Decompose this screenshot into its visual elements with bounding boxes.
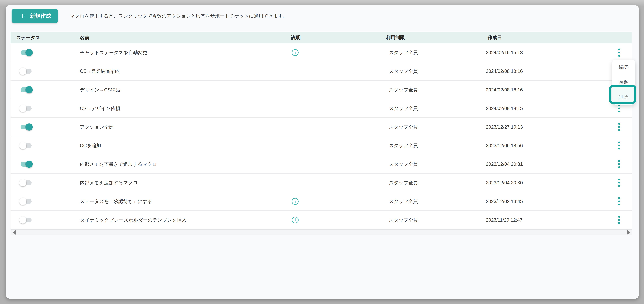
created-date: 2023/12/04 20:30 (486, 180, 523, 186)
kebab-dot (618, 197, 620, 199)
toggle-knob (19, 142, 26, 149)
kebab-dot (618, 107, 620, 109)
create-new-macro-button[interactable]: ＋ 新規作成 (12, 9, 58, 23)
scroll-left-arrow-icon[interactable] (12, 230, 16, 235)
kebab-dot (618, 182, 620, 184)
horizontal-scrollbar[interactable] (10, 229, 632, 235)
kebab-dot (618, 148, 620, 150)
macro-name: デザイン→CS納品 (80, 86, 120, 93)
restriction-value: スタッフ全員 (389, 105, 418, 112)
row-actions-kebab-icon[interactable] (616, 177, 622, 188)
toggle-knob (26, 86, 33, 93)
macro-name: ステータスを「承認待ち」にする (80, 198, 152, 205)
table-row: 内部メモを下書きで追加するマクロ スタッフ全員 2023/12/04 20:31 (10, 155, 632, 174)
row-actions-kebab-icon[interactable] (616, 121, 622, 133)
column-header-status: ステータス (16, 32, 40, 43)
menu-item-edit[interactable]: 編集 (612, 60, 635, 75)
toggle-knob (26, 49, 33, 56)
kebab-dot (618, 126, 620, 128)
status-toggle[interactable] (20, 67, 32, 75)
macro-description-text: マクロを使用すると、ワンクリックで複数のアクションと応答をサポートチケットに適用… (70, 9, 288, 23)
created-date: 2024/02/16 15:13 (486, 50, 523, 55)
page-background: ＋ 新規作成 マクロを使用すると、ワンクリックで複数のアクションと応答をサポート… (0, 0, 644, 304)
menu-item-delete[interactable]: 削除 (612, 89, 635, 104)
created-date: 2024/02/08 18:16 (486, 68, 523, 74)
macro-name: 内部メモを下書きで追加するマクロ (80, 161, 157, 167)
row-actions-menu: 編集 複製 削除 (612, 60, 635, 104)
toggle-knob (19, 68, 26, 75)
restriction-value: スタッフ全員 (389, 217, 418, 223)
kebab-dot (618, 48, 620, 50)
macro-name: アクション全部 (80, 124, 114, 130)
column-header-description: 説明 (291, 32, 301, 43)
toggle-knob (19, 179, 26, 186)
macro-name: チャットステータスを自動変更 (80, 49, 148, 56)
table-row: CCを追加 スタッフ全員 2023/12/05 18:56 (10, 136, 632, 155)
macro-name: CCを追加 (80, 142, 101, 149)
macro-settings-panel: ＋ 新規作成 マクロを使用すると、ワンクリックで複数のアクションと応答をサポート… (6, 5, 639, 299)
status-toggle[interactable] (20, 198, 32, 205)
status-toggle[interactable] (20, 49, 32, 56)
kebab-dot (618, 166, 620, 168)
column-header-created: 作成日 (488, 32, 502, 43)
status-toggle[interactable] (20, 123, 32, 131)
status-toggle[interactable] (20, 161, 32, 168)
table-header-row: ステータス 名前 説明 利用制限 作成日 (10, 32, 632, 43)
status-toggle[interactable] (20, 86, 32, 94)
restriction-value: スタッフ全員 (389, 198, 418, 205)
row-actions-kebab-icon[interactable] (616, 214, 622, 226)
kebab-dot (618, 204, 620, 205)
kebab-dot (618, 222, 620, 224)
row-actions-kebab-icon[interactable] (616, 196, 622, 207)
row-actions-kebab-icon[interactable] (616, 159, 622, 170)
macro-name: CS→営業納品案内 (80, 68, 120, 74)
kebab-dot (618, 111, 620, 112)
description-info-icon[interactable]: i (292, 217, 298, 223)
status-toggle[interactable] (20, 105, 32, 112)
create-new-macro-label: 新規作成 (30, 13, 51, 20)
macro-name: CS→デザイン依頼 (80, 105, 120, 112)
macro-name: ダイナミックプレースホルダーのテンプレを挿入 (80, 217, 186, 223)
kebab-dot (618, 200, 620, 202)
table-row: CS→デザイン依頼 スタッフ全員 2024/02/08 18:15 (10, 99, 632, 118)
kebab-dot (618, 163, 620, 165)
restriction-value: スタッフ全員 (389, 86, 418, 93)
kebab-dot (618, 144, 620, 146)
table-row: チャットステータスを自動変更 i スタッフ全員 2024/02/16 15:13 (10, 43, 632, 62)
restriction-value: スタッフ全員 (389, 161, 418, 167)
description-info-icon[interactable]: i (292, 49, 298, 56)
kebab-dot (618, 179, 620, 181)
created-date: 2023/12/05 18:56 (486, 143, 523, 148)
kebab-dot (618, 141, 620, 143)
restriction-value: スタッフ全員 (389, 68, 418, 74)
created-date: 2023/12/27 10:13 (486, 124, 523, 130)
toggle-knob (19, 216, 26, 224)
kebab-dot (618, 52, 620, 54)
restriction-value: スタッフ全員 (389, 180, 418, 186)
row-actions-kebab-icon[interactable] (616, 140, 622, 151)
status-toggle[interactable] (20, 179, 32, 187)
row-actions-kebab-icon[interactable] (616, 47, 622, 58)
table-row: 内部メモを追加するマクロ スタッフ全員 2023/12/04 20:30 (10, 174, 632, 192)
column-header-name: 名前 (80, 32, 90, 43)
table-row: ステータスを「承認待ち」にする i スタッフ全員 2023/12/02 13:4… (10, 192, 632, 211)
status-toggle[interactable] (20, 142, 32, 149)
toggle-knob (26, 123, 33, 131)
restriction-value: スタッフ全員 (389, 49, 418, 56)
toggle-knob (26, 161, 33, 168)
kebab-dot (618, 216, 620, 218)
restriction-value: スタッフ全員 (389, 124, 418, 130)
menu-item-duplicate[interactable]: 複製 (612, 75, 635, 89)
description-info-icon[interactable]: i (292, 198, 298, 205)
status-toggle[interactable] (20, 216, 32, 224)
table-row: CS→営業納品案内 スタッフ全員 2024/02/08 18:16 (10, 62, 632, 81)
table-row: ダイナミックプレースホルダーのテンプレを挿入 i スタッフ全員 2023/11/… (10, 211, 632, 229)
kebab-dot (618, 123, 620, 125)
toggle-knob (19, 105, 26, 112)
kebab-dot (618, 55, 620, 57)
scroll-right-arrow-icon[interactable] (627, 230, 630, 235)
kebab-dot (618, 219, 620, 221)
created-date: 2024/02/08 18:16 (486, 87, 523, 93)
kebab-dot (618, 185, 620, 187)
toggle-knob (19, 198, 26, 205)
